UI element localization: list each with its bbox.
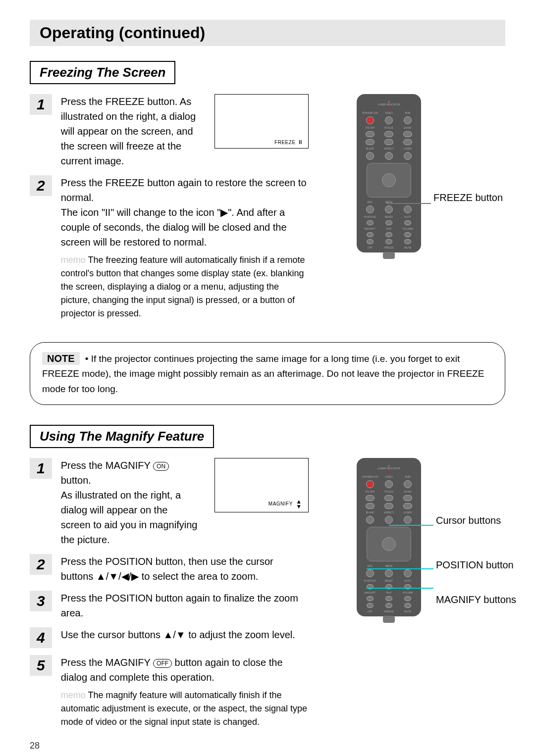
step-text: Press the FREEZE button again to restore…: [61, 175, 309, 205]
step-text: Use the cursor buttons ▲/▼ to adjust the…: [61, 627, 309, 642]
step-text: Press the POSITION button, then use the …: [61, 554, 309, 584]
page-number: 28: [30, 741, 505, 751]
magnify-step-3: 3 Press the POSITION button again to fin…: [30, 591, 342, 620]
magnify-content-row: 1 Press the MAGNIFY ON button. As illust…: [30, 458, 505, 736]
freeze-step-2: 2 Press the FREEZE button again to resto…: [30, 175, 342, 320]
off-button-icon: OFF: [153, 659, 172, 668]
memo-text: memo The magnify feature will automatica…: [61, 689, 309, 729]
dialog-label: MAGNIFY ▲▼: [268, 499, 302, 509]
remote-freeze-area: ▲ LASER INDICATOR STANDBY/ONVIDEORGB ON …: [357, 94, 505, 252]
step-number-box: 5: [30, 655, 52, 676]
callout-cursor: Cursor buttons: [436, 515, 501, 526]
remote-control-image: ▲ LASER INDICATOR STANDBY/ONVIDEORGB ON …: [357, 458, 421, 616]
memo-label: memo: [61, 690, 86, 700]
step-text: The icon "II" will change to the icon "▶…: [61, 205, 309, 250]
callout-magnify: MAGNIFY buttons: [436, 594, 516, 605]
on-button-icon: ON: [153, 462, 169, 471]
magnify-step-4: 4 Use the cursor buttons ▲/▼ to adjust t…: [30, 627, 342, 648]
remote-magnify-area: ▲ LASER INDICATOR STANDBY/ONVIDEORGB ON …: [357, 458, 505, 616]
remote-control-image: ▲ LASER INDICATOR STANDBY/ONVIDEORGB ON …: [357, 94, 421, 252]
magnify-step-1: 1 Press the MAGNIFY ON button. As illust…: [30, 458, 342, 547]
dialog-label: FREEZE II: [274, 140, 302, 145]
section-heading-freeze: Freezing The Screen: [30, 61, 175, 84]
freeze-step-1: 1 Press the FREEZE button. As illustrate…: [30, 94, 342, 168]
note-box: NOTE • If the projector continues projec…: [30, 342, 505, 405]
freeze-dialog-preview: FREEZE II: [214, 94, 309, 149]
memo-label: memo: [61, 255, 86, 265]
step-number-box: 1: [30, 94, 52, 115]
step-text: Press the MAGNIFY: [61, 657, 153, 668]
note-label: NOTE: [42, 352, 80, 365]
freeze-content-row: 1 Press the FREEZE button. As illustrate…: [30, 94, 505, 327]
step-text: Press the FREEZE button. As illustrated …: [61, 94, 200, 168]
section-heading-magnify: Using The Magnify Feature: [30, 425, 214, 448]
memo-text: memo The freezing feature will automatic…: [61, 253, 309, 320]
note-text: • If the projector continues projecting …: [42, 353, 484, 394]
callout-position: POSITION button: [436, 559, 514, 571]
callout-freeze: FREEZE button: [433, 192, 503, 203]
step-number-box: 2: [30, 554, 52, 575]
magnify-step-2: 2 Press the POSITION button, then use th…: [30, 554, 342, 584]
step-number-box: 1: [30, 458, 52, 479]
step-text: Press the POSITION button again to final…: [61, 591, 309, 620]
page-title-bar: Operating (continued): [30, 20, 505, 46]
step-number-box: 3: [30, 591, 52, 611]
page-title: Operating (continued): [40, 24, 495, 42]
step-text: As illustrated on the right, a dialog wi…: [61, 488, 200, 547]
magnify-dialog-preview: MAGNIFY ▲▼: [214, 458, 309, 512]
step-text: Press the MAGNIFY: [61, 460, 153, 471]
magnify-step-5: 5 Press the MAGNIFY OFF button again to …: [30, 655, 342, 729]
step-number-box: 4: [30, 627, 52, 648]
step-number-box: 2: [30, 175, 52, 196]
